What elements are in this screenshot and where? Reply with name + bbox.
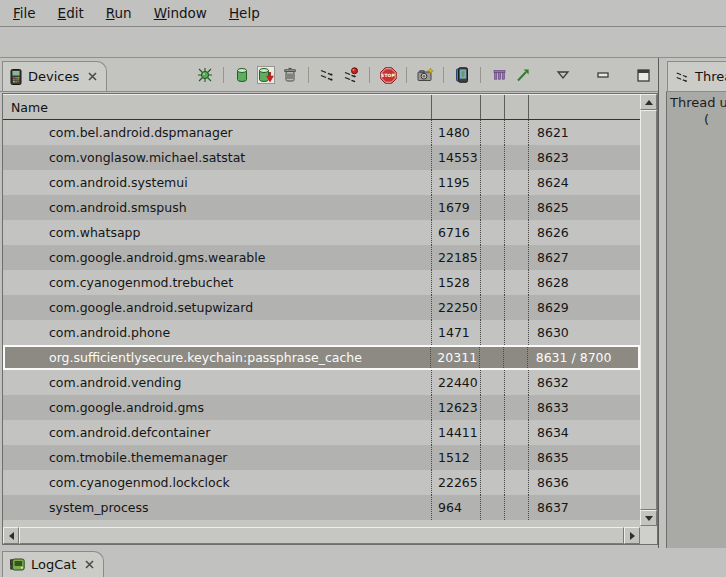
row-heap-cell [480, 220, 504, 245]
table-row[interactable]: com.google.android.setupwizard 22250 862… [3, 295, 640, 320]
row-threads-cell [504, 170, 528, 195]
threads-view: Threads Thread up ( [666, 58, 726, 553]
update-threads-icon[interactable] [318, 66, 336, 84]
tab-logcat[interactable]: LogCat [2, 551, 104, 577]
stop-label: STOP [380, 73, 397, 78]
table-row[interactable]: com.bel.android.dspmanager 1480 8621 [3, 120, 640, 145]
column-header-name[interactable]: Name [3, 95, 431, 119]
row-threads-cell [504, 495, 528, 520]
device-icon[interactable] [453, 66, 471, 84]
row-heap-cell [480, 495, 504, 520]
toolbar-strip [0, 27, 726, 58]
horizontal-scroll-thumb[interactable] [19, 527, 624, 544]
tab-devices[interactable]: Devices [2, 61, 107, 91]
table-row[interactable]: com.tmobile.thememanager 1512 8635 [3, 445, 640, 470]
scroll-left-button[interactable] [3, 527, 19, 544]
stop-process-icon[interactable]: STOP [379, 66, 397, 84]
column-header-heap[interactable] [480, 95, 504, 119]
maximize-icon[interactable] [634, 66, 652, 84]
close-icon[interactable] [88, 72, 97, 81]
row-threads-cell [504, 395, 528, 420]
toolbar-separator [480, 67, 481, 83]
row-pid: 1679 [431, 195, 480, 220]
table-row[interactable]: com.whatsapp 6716 8626 [3, 220, 640, 245]
menu-item[interactable]: Window [143, 3, 218, 23]
row-pid: 964 [431, 495, 480, 520]
table-row[interactable]: org.sufficientlysecure.keychain:passphra… [3, 345, 640, 370]
scrollbar-corner [640, 526, 657, 544]
menu-item[interactable]: Help [218, 3, 271, 23]
row-name: com.android.defcontainer [3, 420, 431, 445]
row-heap-cell [480, 195, 504, 220]
row-name: com.android.smspush [3, 195, 431, 220]
column-header-threads[interactable] [504, 95, 528, 119]
column-header-pid[interactable] [431, 95, 480, 119]
logcat-strip: LogCat [0, 548, 726, 577]
row-name: org.sufficientlysecure.keychain:passphra… [5, 347, 430, 368]
column-header-port[interactable] [528, 95, 640, 119]
table-row[interactable]: com.android.vending 22440 8632 [3, 370, 640, 395]
tab-devices-label: Devices [28, 69, 79, 84]
row-pid: 6716 [431, 220, 480, 245]
minimize-icon[interactable] [594, 66, 612, 84]
table-row[interactable]: com.cyanogenmod.trebuchet 1528 8628 [3, 270, 640, 295]
row-threads-cell [504, 420, 528, 445]
table-row[interactable]: com.android.defcontainer 14411 8634 [3, 420, 640, 445]
row-pid: 14411 [431, 420, 480, 445]
row-port: 8623 [528, 145, 640, 170]
threads-tabbar: Threads [666, 58, 726, 92]
view-menu-icon[interactable] [554, 66, 572, 84]
tab-threads[interactable]: Threads [667, 61, 726, 91]
row-port: 8628 [528, 270, 640, 295]
row-port: 8635 [528, 445, 640, 470]
row-heap-cell [480, 320, 504, 345]
start-method-profiling-icon[interactable] [342, 66, 360, 84]
row-name: com.tmobile.thememanager [3, 445, 431, 470]
row-heap-cell [480, 395, 504, 420]
row-heap-cell [480, 270, 504, 295]
debug-icon[interactable] [196, 66, 214, 84]
menu-item[interactable]: File [2, 3, 47, 23]
devices-table: Name com.bel.android.dspmanager 1480 862… [2, 93, 658, 545]
row-pid: 1471 [431, 320, 480, 345]
row-port: 8621 [528, 120, 640, 145]
table-row[interactable]: com.google.android.gms.wearable 22185 86… [3, 245, 640, 270]
row-port: 8632 [528, 370, 640, 395]
table-row[interactable]: com.android.systemui 1195 8624 [3, 170, 640, 195]
scroll-up-button[interactable] [640, 94, 657, 110]
table-row[interactable]: com.google.android.gms 12623 8633 [3, 395, 640, 420]
devices-view: Devices [0, 58, 659, 548]
table-row[interactable]: system_process 964 8637 [3, 495, 640, 520]
row-port: 8636 [528, 470, 640, 495]
scroll-down-button[interactable] [640, 510, 657, 526]
table-row[interactable]: com.android.phone 1471 8630 [3, 320, 640, 345]
close-icon[interactable] [85, 560, 94, 569]
menu-item[interactable]: Run [95, 3, 143, 23]
horizontal-scrollbar[interactable] [3, 527, 640, 544]
row-pid: 1480 [431, 120, 480, 145]
table-row[interactable]: com.android.smspush 1679 8625 [3, 195, 640, 220]
screen-capture-icon[interactable] [416, 66, 434, 84]
scroll-right-button[interactable] [624, 527, 640, 544]
dump-hprof-icon[interactable] [257, 66, 275, 84]
row-heap-cell [480, 420, 504, 445]
row-threads-cell [504, 270, 528, 295]
table-body: com.bel.android.dspmanager 1480 8621 com… [3, 120, 640, 520]
opengl-trace-icon[interactable] [514, 66, 532, 84]
row-pid: 12623 [431, 395, 480, 420]
menu-item[interactable]: Edit [47, 3, 95, 23]
horizontal-scrollbar-row [3, 526, 640, 544]
table-row[interactable]: com.vonglasow.michael.satstat 14553 8623 [3, 145, 640, 170]
update-heap-icon[interactable] [233, 66, 251, 84]
garbage-collect-icon[interactable] [281, 66, 299, 84]
row-name: com.vonglasow.michael.satstat [3, 145, 431, 170]
table-row[interactable]: com.cyanogenmod.lockclock 22265 8636 [3, 470, 640, 495]
ddms-window: File Edit Run Window Help D [0, 0, 726, 577]
row-threads-cell [503, 347, 527, 368]
row-pid: 22250 [431, 295, 480, 320]
vertical-scroll-thumb[interactable] [640, 110, 657, 510]
systrace-icon[interactable] [490, 66, 508, 84]
row-pid: 22440 [431, 370, 480, 395]
table-header[interactable]: Name [3, 94, 640, 120]
vertical-scrollbar[interactable] [640, 94, 657, 526]
